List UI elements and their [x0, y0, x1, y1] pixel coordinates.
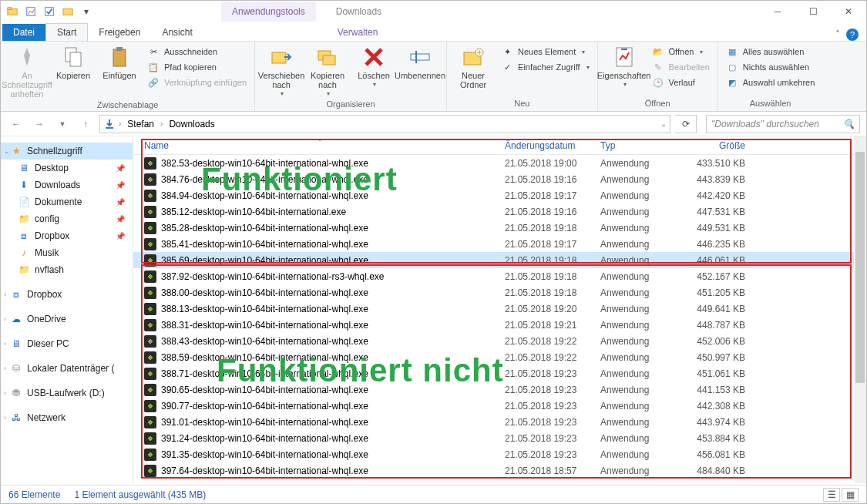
qat-folder-icon[interactable]: [59, 3, 76, 20]
tab-manage[interactable]: Verwalten: [327, 24, 389, 41]
col-date[interactable]: Änderungsdatum: [499, 140, 594, 151]
file-name: 388.59-desktop-win10-64bit-international…: [161, 352, 368, 363]
file-size: 452.167 KB: [682, 271, 751, 282]
file-type: Anwendung: [594, 239, 682, 250]
nav-nvflash[interactable]: 📁nvflash: [1, 261, 133, 278]
thumbnails-view-button[interactable]: ▦: [842, 488, 859, 502]
tab-home[interactable]: Start: [45, 23, 88, 41]
nav-this-pc[interactable]: ›🖥Dieser PC: [1, 335, 133, 352]
copy-path-button[interactable]: 📋Pfad kopieren: [144, 60, 250, 74]
copy-button[interactable]: Kopieren: [52, 45, 95, 80]
forward-button[interactable]: →: [30, 115, 49, 133]
exe-icon: [144, 351, 156, 364]
copy-to-button[interactable]: Kopieren nach▾: [306, 45, 349, 98]
nav-onedrive[interactable]: ›☁OneDrive: [1, 311, 133, 328]
file-row[interactable]: 388.59-desktop-win10-64bit-international…: [133, 349, 866, 365]
pin-icon: 📌: [116, 215, 125, 223]
file-row[interactable]: 391.01-desktop-win10-64bit-international…: [133, 414, 866, 430]
file-row[interactable]: 387.92-desktop-win10-64bit-international…: [133, 268, 866, 284]
qat-dropdown-icon[interactable]: ▾: [78, 3, 95, 20]
delete-icon: [361, 45, 386, 69]
recent-dropdown[interactable]: ▼: [53, 115, 72, 133]
qat-properties-icon[interactable]: [22, 3, 39, 20]
nav-network[interactable]: ›🖧Netzwerk: [1, 409, 133, 426]
properties-button[interactable]: Eigenschaften▾: [603, 45, 646, 89]
nav-quick-access[interactable]: ⌄★Schnellzugriff: [1, 143, 133, 160]
new-item-button[interactable]: ✦Neues Element▾: [498, 45, 593, 59]
file-row[interactable]: 390.77-desktop-win10-64bit-international…: [133, 398, 866, 414]
close-button[interactable]: ✕: [831, 1, 866, 22]
scrollbar-thumb[interactable]: [855, 152, 865, 383]
file-name: 390.77-desktop-win10-64bit-international…: [161, 401, 368, 412]
minimize-button[interactable]: ─: [760, 1, 795, 22]
breadcrumb-part-0[interactable]: Stefan: [124, 119, 157, 129]
file-row[interactable]: 385.12-desktop-win10-64bit-international…: [133, 203, 866, 220]
file-row[interactable]: 385.41-desktop-win10-64bit-international…: [133, 236, 866, 252]
file-row[interactable]: 384.94-desktop-win10-64bit-international…: [133, 187, 866, 203]
file-row[interactable]: 388.43-desktop-win10-64bit-international…: [133, 333, 866, 349]
open-button[interactable]: 📂Öffnen▾: [649, 45, 713, 59]
col-size[interactable]: Größe: [682, 140, 751, 151]
file-row[interactable]: 384.76-desktop-win10-64bit-international…: [133, 171, 866, 187]
maximize-button[interactable]: ☐: [795, 1, 831, 22]
nav-dropbox[interactable]: ›⧈Dropbox: [1, 286, 133, 303]
up-button[interactable]: ↑: [76, 115, 95, 133]
nav-desktop[interactable]: 🖥Desktop📌: [1, 160, 133, 176]
qat-checkbox-icon[interactable]: [41, 3, 58, 20]
file-row[interactable]: 388.13-desktop-win10-64bit-international…: [133, 301, 866, 317]
nav-config[interactable]: 📁config📌: [1, 210, 133, 227]
history-button[interactable]: 🕑Verlauf: [649, 76, 713, 89]
cut-button[interactable]: ✂Ausschneiden: [144, 45, 250, 59]
history-icon: 🕑: [652, 76, 664, 89]
tab-file[interactable]: Datei: [2, 24, 45, 41]
nav-music[interactable]: ♪Musik: [1, 244, 133, 261]
nav-downloads[interactable]: ⬇Downloads📌: [1, 176, 133, 193]
back-button[interactable]: ←: [7, 115, 25, 133]
column-headers: Name˄ Änderungsdatum Typ Größe: [133, 136, 866, 155]
breadcrumb[interactable]: › Stefan › Downloads ⌄: [99, 115, 670, 133]
col-name[interactable]: Name˄: [138, 140, 499, 151]
easy-access-button[interactable]: ✓Einfacher Zugriff▾: [498, 60, 593, 74]
paste-shortcut-button[interactable]: 🔗Verknüpfung einfügen: [144, 76, 250, 89]
svg-rect-11: [323, 55, 335, 65]
nav-localdisk[interactable]: ›⛁Lokaler Datenträger (: [1, 360, 133, 377]
paste-button[interactable]: Einfügen: [98, 45, 141, 80]
help-icon[interactable]: ?: [846, 29, 859, 41]
file-date: 21.05.2018 19:00: [499, 158, 594, 169]
file-date: 21.05.2018 19:17: [499, 239, 594, 250]
pin-to-quick-button[interactable]: An Schnellzugriff anheften: [5, 45, 49, 99]
select-none-button[interactable]: ▢Nichts auswählen: [723, 60, 818, 74]
edit-button[interactable]: ✎Bearbeiten: [649, 60, 713, 74]
tab-share[interactable]: Freigeben: [88, 24, 151, 41]
nav-documents[interactable]: 📄Dokumente📌: [1, 193, 133, 210]
file-row[interactable]: 390.65-desktop-win10-64bit-international…: [133, 381, 866, 398]
search-input[interactable]: "Downloads" durchsuchen 🔍: [706, 115, 860, 133]
file-row[interactable]: 397.64-desktop-win10-64bit-international…: [133, 462, 866, 479]
col-type[interactable]: Typ: [594, 140, 682, 151]
rename-button[interactable]: Umbenennen: [398, 45, 442, 80]
breadcrumb-part-1[interactable]: Downloads: [166, 119, 217, 129]
file-row[interactable]: 382.53-desktop-win10-64bit-international…: [133, 155, 866, 171]
select-all-button[interactable]: ▦Alles auswählen: [723, 45, 818, 59]
tab-view[interactable]: Ansicht: [151, 24, 203, 41]
file-date: 21.05.2018 19:23: [499, 449, 594, 460]
file-list: Name˄ Änderungsdatum Typ Größe 382.53-de…: [133, 136, 866, 483]
file-row[interactable]: 388.31-desktop-win10-64bit-international…: [133, 317, 866, 333]
details-view-button[interactable]: ☰: [823, 488, 840, 502]
file-row[interactable]: 388.71-desktop-win10-64bit-international…: [133, 365, 866, 381]
vertical-scrollbar[interactable]: [854, 136, 866, 483]
file-row[interactable]: 388.00-desktop-win10-64bit-international…: [133, 284, 866, 301]
ribbon-collapse-icon[interactable]: ˄: [835, 29, 840, 40]
file-row[interactable]: 391.24-desktop-win10-64bit-international…: [133, 430, 866, 446]
file-row[interactable]: 385.69-desktop-win10-64bit-international…: [133, 252, 866, 268]
file-size: 453.884 KB: [682, 433, 751, 444]
invert-selection-button[interactable]: ◩Auswahl umkehren: [723, 76, 818, 89]
refresh-button[interactable]: ⟳: [675, 115, 697, 133]
nav-dropbox-pin[interactable]: ⧈Dropbox📌: [1, 227, 133, 244]
move-to-button[interactable]: Verschieben nach▾: [260, 45, 303, 98]
delete-button[interactable]: Löschen▾: [352, 45, 395, 89]
file-row[interactable]: 391.35-desktop-win10-64bit-international…: [133, 446, 866, 462]
file-row[interactable]: 385.28-desktop-win10-64bit-international…: [133, 220, 866, 236]
nav-usb[interactable]: ›⛃USB-Laufwerk (D:): [1, 385, 133, 402]
new-folder-button[interactable]: Neuer Ordner: [452, 45, 495, 89]
